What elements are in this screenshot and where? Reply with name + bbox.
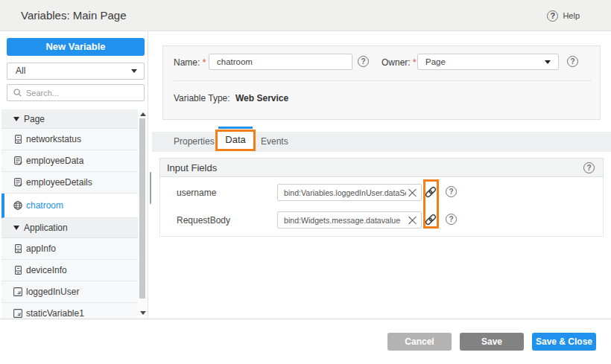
cancel-button[interactable]: Cancel xyxy=(387,333,452,351)
variable-filter-select[interactable]: All xyxy=(7,63,145,80)
field-label-username: username xyxy=(177,188,216,198)
field-label-requestbody: RequestBody xyxy=(177,215,230,226)
tree-item-loggedInUser[interactable]: loggedInUser xyxy=(1,281,139,303)
variable-type-value: Web Service xyxy=(235,93,288,103)
search-input[interactable] xyxy=(26,89,130,98)
name-input[interactable] xyxy=(209,54,352,70)
clear-icon[interactable] xyxy=(407,188,417,198)
requestbody-help-icon[interactable]: ? xyxy=(446,214,457,225)
form-divider xyxy=(174,80,592,81)
scroll-down-icon[interactable] xyxy=(140,311,146,315)
tree-item-employeeDetails[interactable]: employeeDetails xyxy=(1,172,139,194)
username-help-icon[interactable]: ? xyxy=(446,186,457,197)
tree-item-staticVariable1[interactable]: staticVariable1 xyxy=(1,303,139,319)
websocket-variable-icon xyxy=(13,201,22,210)
chevron-down-icon xyxy=(545,60,551,64)
tree-item-label: employeeDetails xyxy=(26,177,92,188)
help-button[interactable]: ? Help xyxy=(547,0,580,31)
tree-item-deviceInfo[interactable]: deviceInfo xyxy=(1,260,139,281)
scrollbar-thumb[interactable] xyxy=(139,118,145,298)
requestbody-bind-value: bind:Widgets.message.datavalue xyxy=(278,216,406,225)
page-title: Variables: Main Page xyxy=(21,0,126,31)
device-variable-icon xyxy=(13,266,22,275)
footer-divider xyxy=(0,319,611,319)
input-fields-title: Input Fields xyxy=(167,162,217,173)
owner-help-icon[interactable]: ? xyxy=(567,56,578,67)
help-icon: ? xyxy=(547,10,558,22)
tree-group-label: Page xyxy=(24,114,45,124)
tree-item-label: deviceInfo xyxy=(26,265,67,275)
collapse-arrow-icon[interactable] xyxy=(13,226,19,230)
tree-item-appInfo[interactable]: appInfo xyxy=(1,238,139,260)
device-variable-icon xyxy=(13,135,22,144)
clear-icon[interactable] xyxy=(407,215,417,226)
tree-item-label: appInfo xyxy=(26,243,56,254)
search-box xyxy=(7,84,145,101)
save-and-close-button[interactable]: Save & Close xyxy=(532,333,596,351)
username-bind-input[interactable]: bind:Variables.loggedInUser.dataSet.na xyxy=(277,184,422,201)
tree-item-label: staticVariable1 xyxy=(26,308,84,319)
tree-item-label: loggedInUser xyxy=(26,287,79,297)
tab-properties[interactable]: Properties xyxy=(174,136,215,147)
required-asterisk: * xyxy=(413,57,417,68)
help-label: Help xyxy=(563,11,580,20)
variable-filter-value: All xyxy=(16,66,25,76)
tree-item-label: chatroom xyxy=(26,200,63,211)
splitter-scroll-thumb[interactable] xyxy=(150,172,152,204)
tab-data[interactable]: Data xyxy=(218,127,253,152)
variables-sidebar: New Variable All Page networkstatus xyxy=(1,31,148,319)
tree-group-page[interactable]: Page xyxy=(1,109,139,129)
owner-value: Page xyxy=(425,57,446,66)
tree-item-label: networkstatus xyxy=(26,134,81,144)
owner-label: Owner: * xyxy=(382,57,417,68)
required-asterisk: * xyxy=(203,57,206,68)
variable-type-label: Variable Type: xyxy=(174,93,230,103)
bind-link-icon[interactable] xyxy=(425,185,437,199)
tree-scrollbar[interactable] xyxy=(138,109,148,319)
tree-group-application[interactable]: Application xyxy=(1,218,139,238)
chevron-down-icon xyxy=(131,69,137,73)
tree-item-networkstatus[interactable]: networkstatus xyxy=(1,129,139,150)
sidebar-divider xyxy=(148,31,148,319)
tree-item-chatroom[interactable]: chatroom xyxy=(1,194,139,218)
static-variable-icon xyxy=(13,309,22,318)
new-variable-button[interactable]: New Variable xyxy=(7,38,145,56)
device-variable-icon xyxy=(13,244,22,253)
username-bind-value: bind:Variables.loggedInUser.dataSet.na xyxy=(278,188,406,197)
collapse-arrow-icon[interactable] xyxy=(13,117,19,121)
service-variable-icon xyxy=(13,156,22,165)
scroll-up-icon[interactable] xyxy=(140,112,146,116)
static-variable-icon xyxy=(13,287,22,296)
tree-group-label: Application xyxy=(24,223,68,233)
requestbody-bind-input[interactable]: bind:Widgets.message.datavalue xyxy=(277,211,422,229)
input-fields-header: Input Fields ? xyxy=(159,158,604,177)
name-help-icon[interactable]: ? xyxy=(358,56,369,67)
bind-link-icon[interactable] xyxy=(425,213,437,226)
name-label: Name: * xyxy=(174,57,206,68)
search-icon xyxy=(13,89,22,97)
service-variable-icon xyxy=(13,178,22,187)
tree-item-label: employeeData xyxy=(26,156,83,166)
save-button[interactable]: Save xyxy=(460,333,524,351)
variables-tree: Page networkstatus employeeData employee… xyxy=(1,109,139,319)
input-fields-help-icon[interactable]: ? xyxy=(583,162,595,173)
owner-select[interactable]: Page xyxy=(417,54,559,70)
tree-item-employeeData[interactable]: employeeData xyxy=(1,150,139,172)
tab-events[interactable]: Events xyxy=(261,136,288,147)
